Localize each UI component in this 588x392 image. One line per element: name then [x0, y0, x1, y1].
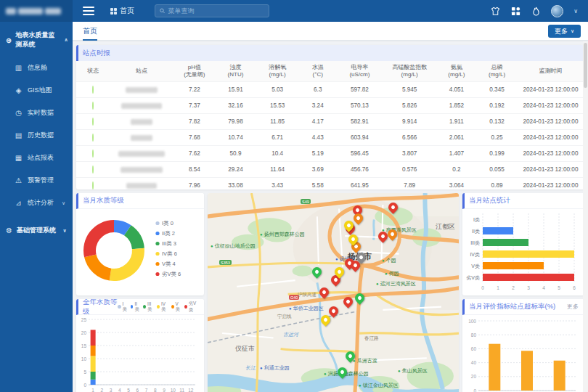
hbar-IV类	[483, 250, 574, 258]
flame-icon[interactable]	[531, 6, 541, 16]
breadcrumb[interactable]: 首页	[110, 6, 134, 16]
svg-text:5: 5	[127, 388, 130, 392]
menu-icon: ⚠	[15, 176, 23, 184]
map-canvas[interactable]: G40S49S353扬州市仪征市江都区扬州西郊森林公园仪征捺山地质公园瘦西湖风景…	[208, 193, 459, 392]
hbar-V类	[483, 262, 544, 269]
svg-text:7: 7	[145, 388, 148, 392]
svg-text:3: 3	[527, 285, 530, 290]
vbar-高锰酸盐指数	[489, 344, 500, 391]
svg-text:V类: V类	[471, 264, 480, 269]
station-name-redacted	[126, 183, 157, 189]
exceed-more-link[interactable]: 更多	[567, 303, 579, 311]
menu-icon: ▦	[15, 154, 23, 162]
sidebar-item-7[interactable]: ⊿ 统计分析∨	[0, 192, 73, 214]
cell-value: 0.192	[477, 98, 517, 114]
table-row[interactable]: 7.6250.910.45.19596.453.8071.4070.199202…	[76, 146, 584, 162]
vbar-总磷	[554, 361, 565, 391]
cell-value: 15.91	[216, 82, 256, 98]
svg-text:25: 25	[81, 317, 87, 322]
svg-text:IV类 6: IV类 6	[162, 250, 177, 257]
donut-slice-劣V类	[83, 220, 114, 257]
sidebar-item-5[interactable]: ▦ 站点报表	[0, 147, 73, 169]
dashboard-content: 站点时报 状态站点pH值(无量纲)浊度(NTU)溶解氧(mg/L)水温(°C)电…	[73, 41, 588, 392]
table-row[interactable]: 7.3732.1615.533.24570.135.8261.8520.1922…	[76, 98, 584, 114]
layout-components-icon[interactable]	[510, 6, 520, 16]
table-row[interactable]: 7.6810.746.714.43603.946.5662.0610.25202…	[76, 130, 584, 146]
top-navigation-bar: 首页 ∨	[0, 0, 588, 22]
svg-text:2: 2	[101, 388, 104, 392]
cell-value: 7.62	[173, 146, 216, 162]
sidebar-item-2[interactable]: ◈ GIS地图	[0, 79, 73, 102]
sidebar-item-label: 站点报表	[28, 153, 54, 163]
svg-text:20: 20	[81, 330, 87, 335]
cell-value: 29.24	[216, 162, 256, 178]
svg-text:劣V类: 劣V类	[466, 275, 480, 281]
cell-value: 5.19	[299, 146, 336, 162]
svg-text:III类 3: III类 3	[162, 240, 176, 247]
cell-value: 0.132	[477, 114, 517, 130]
panel-header: 全年水质等级 I类II类III类IV类V类劣V类	[76, 299, 204, 315]
menu-search-box[interactable]	[155, 4, 269, 17]
cell-value: 4.43	[299, 130, 336, 146]
cell-value: 6.3	[299, 82, 336, 98]
exceed-rate-chart[interactable]: 020406080100高锰酸盐指数氨氮总磷	[462, 315, 584, 392]
menu-collapse-icon[interactable]	[83, 7, 94, 15]
svg-text:11: 11	[179, 388, 184, 392]
cell-value: 603.94	[336, 130, 383, 146]
search-icon	[160, 8, 165, 14]
gis-map-panel: G40S49S353扬州市仪征市江都区扬州西郊森林公园仪征捺山地质公园瘦西湖风景…	[208, 193, 459, 392]
sidebar-item-6[interactable]: ⚠ 预警管理	[0, 169, 73, 192]
more-button[interactable]: 更多 ∨	[548, 25, 581, 38]
cell-value: 9.914	[383, 114, 436, 130]
app-logo	[0, 0, 73, 22]
svg-text:8: 8	[154, 388, 157, 392]
svg-text:III类: III类	[470, 240, 480, 245]
cell-time: 2024-01-23 12:00:00	[517, 146, 584, 162]
yearly-quality-chart[interactable]: 0510152025123456789101112	[76, 315, 204, 392]
page-scrollbar[interactable]	[583, 41, 588, 392]
user-menu-chevron-down-icon[interactable]: ∨	[573, 8, 578, 15]
sidebar-item-system-title[interactable]: ⊕ 地表水质量监测系统 ∧	[0, 22, 73, 57]
svg-text:100: 100	[468, 319, 476, 324]
chevron-down-icon: ∨	[62, 200, 68, 206]
home-grid-icon	[110, 8, 117, 15]
table-row[interactable]: 7.8279.9811.854.17582.919.9141.9110.1322…	[76, 114, 584, 130]
sidebar-item-4[interactable]: ▤ 历史数据	[0, 124, 73, 147]
cell-value: 50.9	[216, 146, 256, 162]
svg-text:0: 0	[473, 388, 476, 392]
stacked-bar-segment	[91, 356, 96, 372]
table-row[interactable]: 7.9633.083.435.58641.957.893.0640.892024…	[76, 178, 584, 190]
cell-value: 5.945	[383, 82, 436, 98]
menu-icon: ▤	[15, 131, 23, 139]
panel-header: 当月评价指标站点超标率(%) 更多	[462, 299, 584, 315]
sidebar-item-3[interactable]: ◷ 实时数据	[0, 102, 73, 124]
panel-title: 当月站点统计	[469, 196, 510, 205]
station-name-redacted	[131, 135, 152, 141]
user-avatar[interactable]	[551, 5, 563, 17]
svg-text:10: 10	[81, 356, 87, 362]
sidebar-item-base-management[interactable]: ⚙ 基础管理系统 ∨	[0, 219, 73, 242]
globe-icon: ⊕	[6, 36, 12, 44]
cell-value: 5.58	[299, 178, 336, 190]
sidebar-item-label: 预警管理	[28, 176, 54, 185]
tab-home[interactable]: 首页	[83, 22, 97, 41]
hbar-劣V类	[483, 274, 574, 281]
monthly-quality-donut-chart[interactable]: I类 0II类 2III类 3IV类 6V类 4劣V类 6	[76, 209, 204, 295]
search-input[interactable]	[168, 7, 264, 15]
sidebar-item-1[interactable]: ▥ 信息舱	[0, 57, 73, 79]
svg-text:I类: I类	[473, 217, 480, 222]
table-row[interactable]: 8.5429.2411.643.69456.760.5760.20.055202…	[76, 162, 584, 178]
theme-skin-icon[interactable]	[490, 6, 500, 16]
yearly-quality-legend: I类II类III类IV类V类劣V类	[118, 301, 198, 314]
column-header: 高锰酸盐指数(mg/L)	[383, 61, 436, 82]
table-row[interactable]: 7.2215.915.036.3597.825.9454.0510.345202…	[76, 82, 584, 98]
cell-value: 5.03	[256, 82, 300, 98]
station-name-redacted	[131, 119, 152, 125]
svg-text:5: 5	[83, 369, 86, 375]
breadcrumb-home[interactable]: 首页	[120, 6, 134, 16]
column-header: 监测时间	[517, 61, 584, 82]
scrollbar-thumb[interactable]	[584, 43, 587, 88]
monthly-station-stats-chart[interactable]: 0123456I类II类III类IV类V类劣V类	[462, 209, 584, 295]
cell-time: 2024-01-23 12:00:00	[517, 162, 584, 178]
panel-title: 当月评价指标站点超标率(%)	[469, 302, 555, 311]
